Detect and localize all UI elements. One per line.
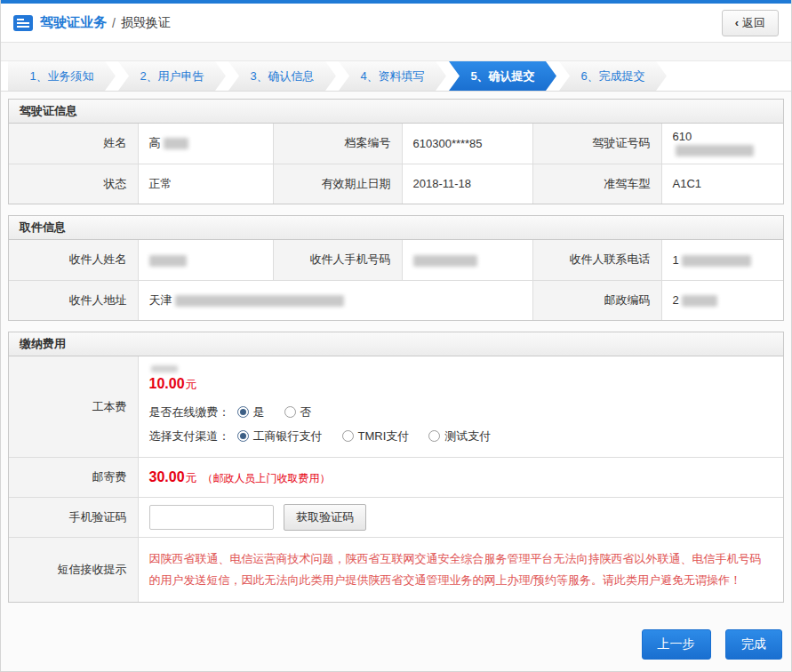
production-fee-unit: 元 [186, 378, 197, 391]
table-row: 短信接收提示 因陕西省联通、电信运营商技术问题，陕西省互联网交通安全综合服务管理… [9, 538, 783, 603]
header: 驾驶证业务 / 损毁换证 ‹返回 [1, 4, 791, 43]
page: 驾驶证业务 / 损毁换证 ‹返回 1、业务须知 2、用户申告 3、确认信息 4、… [0, 0, 792, 672]
expiry-value: 2018-11-18 [402, 164, 532, 204]
app-title: 驾驶证业务 [40, 14, 107, 31]
mail-fee-label: 邮寄费 [9, 458, 138, 498]
redacted-text [151, 365, 178, 372]
radio-checked-icon [237, 430, 249, 442]
recipient-name-label: 收件人姓名 [9, 240, 138, 280]
back-button[interactable]: ‹返回 [722, 10, 779, 36]
channel-test-radio[interactable]: 测试支付 [428, 428, 491, 444]
channel-tmri-radio[interactable]: TMRI支付 [342, 428, 410, 444]
step-5-confirm-submit: 5、确认提交 [449, 61, 556, 91]
step-1-business-notice: 1、业务须知 [8, 61, 116, 91]
captcha-input[interactable] [149, 505, 274, 530]
payment-section: 缴纳费用 工本费 10.00元 是否在线缴费： 是 否 [8, 332, 784, 603]
table-row: 手机验证码 获取验证码 [9, 498, 783, 538]
table-row: 邮寄费 30.00元（邮政人员上门收取费用） [9, 458, 783, 498]
pay-channel-caption: 选择支付渠道： [149, 428, 230, 444]
breadcrumb-separator: / [112, 16, 116, 30]
online-pay-caption: 是否在线缴费： [149, 404, 230, 420]
footer-actions: 上一步 完成 [8, 613, 784, 660]
production-fee-label: 工本费 [9, 356, 138, 458]
name-label: 姓名 [9, 124, 138, 164]
mail-fee-unit: 元 [186, 471, 197, 484]
finish-button[interactable]: 完成 [725, 629, 782, 660]
get-captcha-button[interactable]: 获取验证码 [284, 504, 366, 531]
license-number-label: 驾驶证号码 [532, 124, 661, 164]
payment-title: 缴纳费用 [9, 332, 783, 356]
payment-table: 工本费 10.00元 是否在线缴费： 是 否 选择支付渠道： [9, 356, 783, 602]
pickup-info-title: 取件信息 [9, 216, 783, 240]
address-value: 天津 [138, 280, 532, 320]
previous-step-button[interactable]: 上一步 [642, 629, 711, 660]
captcha-label: 手机验证码 [9, 498, 138, 538]
step-4-fill-in-data: 4、资料填写 [339, 61, 446, 91]
license-info-table: 姓名 高 档案编号 610300****85 驾驶证号码 610 状态 正常 有… [9, 124, 783, 204]
sms-notice-text: 因陕西省联通、电信运营商技术问题，陕西省互联网交通安全综合服务管理平台无法向持陕… [149, 552, 762, 587]
license-service-icon [13, 15, 33, 31]
postal-code-label: 邮政编码 [532, 280, 661, 320]
radio-unchecked-icon [342, 430, 354, 442]
step-2-user-declaration: 2、用户申告 [118, 61, 226, 91]
license-number-value: 610 [661, 124, 783, 164]
radio-checked-icon [237, 406, 249, 418]
online-pay-no-radio[interactable]: 否 [284, 404, 312, 420]
channel-icbc-radio[interactable]: 工商银行支付 [237, 428, 323, 444]
recipient-name-value [138, 240, 273, 280]
radio-unchecked-icon [428, 430, 440, 442]
file-number-value: 610300****85 [402, 124, 532, 164]
table-row: 状态 正常 有效期止日期 2018-11-18 准驾车型 A1C1 [9, 164, 783, 204]
step-3-confirm-info: 3、确认信息 [228, 61, 336, 91]
expiry-label: 有效期止日期 [273, 164, 402, 204]
mail-fee-cell: 30.00元（邮政人员上门收取费用） [138, 458, 783, 498]
captcha-cell: 获取验证码 [138, 498, 783, 538]
license-info-section: 驾驶证信息 姓名 高 档案编号 610300****85 驾驶证号码 610 状… [8, 99, 784, 204]
license-info-title: 驾驶证信息 [9, 100, 783, 124]
mail-fee-note: （邮政人员上门收取费用） [203, 472, 331, 484]
online-pay-yes-radio[interactable]: 是 [237, 404, 265, 420]
sms-notice-label: 短信接收提示 [9, 538, 138, 603]
recipient-phone-value: 1 [661, 240, 783, 280]
recipient-mobile-value [402, 240, 532, 280]
step-wizard: 1、业务须知 2、用户申告 3、确认信息 4、资料填写 5、确认提交 6、完成提… [1, 60, 791, 92]
radio-unchecked-icon [284, 406, 296, 418]
production-fee-cell: 10.00元 是否在线缴费： 是 否 选择支付渠道： 工商银行支付 TMRI支付… [138, 356, 783, 458]
page-title: 损毁换证 [121, 15, 171, 31]
sms-notice-cell: 因陕西省联通、电信运营商技术问题，陕西省互联网交通安全综合服务管理平台无法向持陕… [138, 538, 783, 603]
name-value: 高 [138, 124, 273, 164]
production-fee-amount: 10.00 [149, 376, 185, 391]
back-button-label: 返回 [742, 16, 765, 29]
recipient-phone-label: 收件人联系电话 [532, 240, 661, 280]
vehicle-type-label: 准驾车型 [532, 164, 661, 204]
address-label: 收件人地址 [9, 280, 138, 320]
mail-fee-amount: 30.00 [149, 469, 185, 484]
file-number-label: 档案编号 [273, 124, 402, 164]
main-content: 驾驶证信息 姓名 高 档案编号 610300****85 驾驶证号码 610 状… [1, 92, 791, 671]
recipient-mobile-label: 收件人手机号码 [273, 240, 402, 280]
postal-code-value: 2 [661, 280, 783, 320]
status-label: 状态 [9, 164, 138, 204]
status-value: 正常 [138, 164, 273, 204]
vehicle-type-value: A1C1 [661, 164, 783, 204]
table-row: 工本费 10.00元 是否在线缴费： 是 否 选择支付渠道： [9, 356, 783, 458]
table-row: 收件人地址 天津 邮政编码 2 [9, 280, 783, 320]
table-row: 姓名 高 档案编号 610300****85 驾驶证号码 610 [9, 124, 783, 164]
step-6-complete-submit: 6、完成提交 [559, 61, 667, 91]
table-row: 收件人姓名 收件人手机号码 收件人联系电话 1 [9, 240, 783, 280]
pickup-info-section: 取件信息 收件人姓名 收件人手机号码 收件人联系电话 1 收件人地址 天津 邮政… [8, 215, 784, 321]
chevron-left-icon: ‹ [735, 16, 739, 29]
pickup-info-table: 收件人姓名 收件人手机号码 收件人联系电话 1 收件人地址 天津 邮政编码 2 [9, 240, 783, 320]
subheader-gap [1, 43, 791, 60]
